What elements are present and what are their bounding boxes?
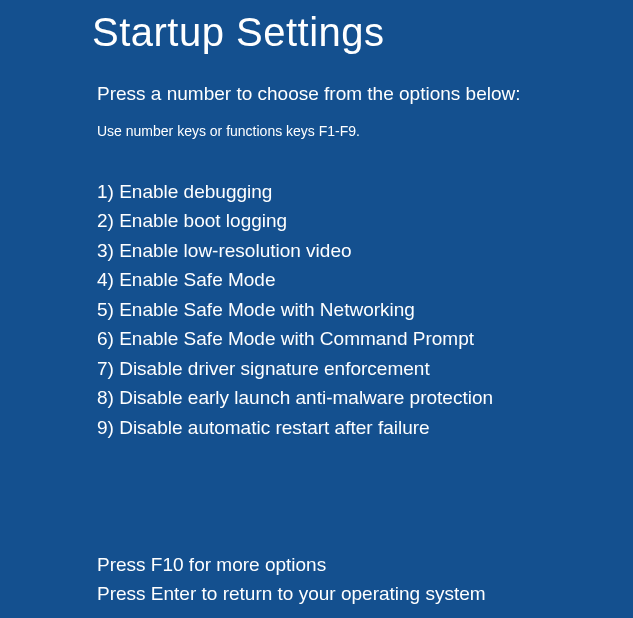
return-hint: Press Enter to return to your operating … bbox=[97, 579, 633, 608]
option-2[interactable]: 2) Enable boot logging bbox=[97, 206, 633, 235]
option-5[interactable]: 5) Enable Safe Mode with Networking bbox=[97, 295, 633, 324]
option-6[interactable]: 6) Enable Safe Mode with Command Prompt bbox=[97, 324, 633, 353]
option-8[interactable]: 8) Disable early launch anti-malware pro… bbox=[97, 383, 633, 412]
option-9[interactable]: 9) Disable automatic restart after failu… bbox=[97, 413, 633, 442]
footer: Press F10 for more options Press Enter t… bbox=[97, 550, 633, 609]
option-1[interactable]: 1) Enable debugging bbox=[97, 177, 633, 206]
subtitle: Press a number to choose from the option… bbox=[97, 83, 633, 105]
options-list: 1) Enable debugging 2) Enable boot loggi… bbox=[97, 177, 633, 442]
option-4[interactable]: 4) Enable Safe Mode bbox=[97, 265, 633, 294]
option-7[interactable]: 7) Disable driver signature enforcement bbox=[97, 354, 633, 383]
option-3[interactable]: 3) Enable low-resolution video bbox=[97, 236, 633, 265]
more-options-hint: Press F10 for more options bbox=[97, 550, 633, 579]
hint-text: Use number keys or functions keys F1-F9. bbox=[97, 123, 633, 139]
startup-settings-screen: Startup Settings Press a number to choos… bbox=[0, 0, 633, 609]
page-title: Startup Settings bbox=[92, 10, 633, 55]
